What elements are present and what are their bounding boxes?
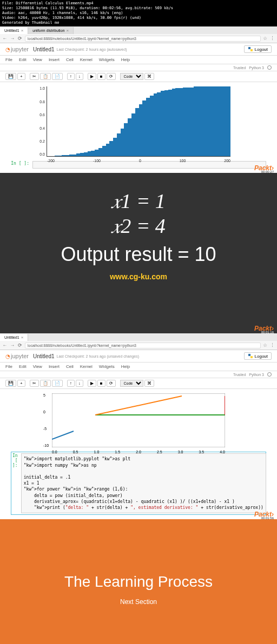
forward-icon[interactable]: → <box>10 343 15 348</box>
jupyter-logo[interactable]: ◔jupyter <box>5 46 29 52</box>
star-icon[interactable]: ☆ <box>263 36 267 41</box>
kernel-name[interactable]: Python 3 <box>249 373 264 377</box>
logout-button[interactable]: Logout <box>244 45 272 53</box>
svg-rect-2 <box>248 354 250 356</box>
stop-button[interactable]: ■ <box>97 380 105 387</box>
panel-3-jupyter: Untitled1× ← → ⟳ localhost:8888/notebook… <box>0 333 277 519</box>
menu-widgets[interactable]: Widgets <box>99 57 115 62</box>
run-button[interactable]: ▶ <box>88 380 96 387</box>
tab-other[interactable]: uniform distribution× <box>28 27 74 34</box>
close-icon[interactable]: × <box>66 28 69 33</box>
menu-view[interactable]: View <box>33 364 42 369</box>
math-x2: 𝑥2 = 4 <box>5 214 272 239</box>
menu-insert[interactable]: Insert <box>49 57 60 62</box>
save-button[interactable]: 💾 <box>5 380 16 387</box>
command-palette-button[interactable]: ⌘ <box>144 73 154 80</box>
add-cell-button[interactable]: + <box>17 380 25 387</box>
restart-button[interactable]: ⟳ <box>107 380 116 387</box>
move-down-button[interactable]: ↓ <box>76 380 83 387</box>
back-icon[interactable]: ← <box>2 36 8 41</box>
cell-code[interactable]: "kw">import matplotlib.pyplot "kw">as pl… <box>21 453 266 513</box>
svg-rect-3 <box>250 356 253 358</box>
tab-notebook[interactable]: Untitled1× <box>0 27 28 34</box>
trusted-label[interactable]: Trusted <box>233 66 246 70</box>
menu-icon[interactable]: ⋮ <box>269 343 275 348</box>
notebook-body: 1.00.80.60.40.20.0 -200-1000100200 In [ … <box>0 82 277 173</box>
logo-icon: ◔ <box>5 46 10 52</box>
cut-button[interactable]: ✂ <box>30 73 39 80</box>
close-icon[interactable]: × <box>21 28 24 33</box>
menu-view[interactable]: View <box>33 57 42 62</box>
logo-text: jupyter <box>11 353 29 359</box>
toolbar: 💾 + ✂ 📋 📄 ↑ ↓ ▶ ■ ⟳ Code ⌘ <box>0 71 277 82</box>
meta-video: Video: h264, yuv420p, 1920x1080, 414 kb/… <box>2 16 275 21</box>
chart-x-axis: 0.00.51.01.52.02.53.03.54.0 <box>52 450 225 454</box>
tab-label: Untitled1 <box>4 29 19 32</box>
close-icon[interactable]: × <box>21 335 24 340</box>
cut-button[interactable]: ✂ <box>30 380 39 387</box>
kernel-row: Trusted Python 3 <box>0 64 277 71</box>
menu-kernel[interactable]: Kernel <box>80 364 93 369</box>
menu-edit[interactable]: Edit <box>19 57 27 62</box>
menu-help[interactable]: Help <box>121 364 130 369</box>
tab-notebook[interactable]: Untitled1× <box>0 334 28 341</box>
command-palette-button[interactable]: ⌘ <box>144 380 154 387</box>
notebook-title[interactable]: Untitled1 <box>33 46 54 52</box>
svg-rect-4 <box>52 393 225 447</box>
meta-audio: Audio: aac, 48000 Hz, 1 channels, s16, 1… <box>2 11 275 16</box>
paste-button[interactable]: 📄 <box>52 380 63 387</box>
copy-button[interactable]: 📋 <box>40 73 51 80</box>
star-icon[interactable]: ☆ <box>263 343 267 348</box>
browser-chrome: Untitled1× ← → ⟳ localhost:8888/notebook… <box>0 333 277 350</box>
chart-y-axis: 1.00.80.60.40.20.0 <box>35 86 45 156</box>
input-cell[interactable]: In [ ]: "kw">import matplotlib.pyplot "k… <box>11 452 266 515</box>
svg-rect-0 <box>248 47 250 49</box>
kernel-name[interactable]: Python 3 <box>249 66 264 70</box>
menu-cell[interactable]: Cell <box>66 57 74 62</box>
back-icon[interactable]: ← <box>2 343 8 348</box>
meta-size: Size: 12508816 bytes (11.93 MiB), durati… <box>2 6 275 11</box>
run-button[interactable]: ▶ <box>88 73 96 80</box>
menu-edit[interactable]: Edit <box>19 364 27 369</box>
save-button[interactable]: 💾 <box>5 73 16 80</box>
move-down-button[interactable]: ↓ <box>76 73 83 80</box>
section-subtitle: Next Section <box>5 598 272 606</box>
kernel-row: Trusted Python 3 <box>0 371 277 378</box>
kernel-status-icon <box>267 65 272 70</box>
copy-button[interactable]: 📋 <box>40 380 51 387</box>
section-title: The Learning Process <box>5 573 272 591</box>
svg-rect-1 <box>250 49 253 51</box>
output-result: Output result = 10 <box>5 243 272 266</box>
forward-icon[interactable]: → <box>10 36 15 41</box>
reload-icon[interactable]: ⟳ <box>17 36 23 41</box>
url-input[interactable]: localhost:8888/notebooks/Untitled1.ipynb… <box>25 343 261 348</box>
kernel-status-icon <box>267 372 272 377</box>
menu-kernel[interactable]: Kernel <box>80 57 93 62</box>
reload-icon[interactable]: ⟳ <box>17 343 23 348</box>
url-input[interactable]: localhost:8888/notebooks/Untitled1.ipynb… <box>25 36 261 42</box>
add-cell-button[interactable]: + <box>17 73 25 80</box>
paste-button[interactable]: 📄 <box>52 73 63 80</box>
menu-bar: File Edit View Insert Cell Kernel Widget… <box>0 363 277 371</box>
menu-widgets[interactable]: Widgets <box>99 364 115 369</box>
chart-cdf: 1.00.80.60.40.20.0 -200-1000100200 <box>47 86 230 157</box>
address-bar-row: ← → ⟳ localhost:8888/notebooks/Untitled1… <box>0 341 277 350</box>
trusted-label[interactable]: Trusted <box>233 373 246 377</box>
menu-file[interactable]: File <box>5 57 12 62</box>
menu-insert[interactable]: Insert <box>49 364 60 369</box>
jupyter-logo[interactable]: ◔jupyter <box>5 353 29 359</box>
restart-button[interactable]: ⟳ <box>107 73 116 80</box>
cell-prompt: In [ ]: <box>11 161 32 169</box>
menu-cell[interactable]: Cell <box>66 364 74 369</box>
move-up-button[interactable]: ↑ <box>67 73 75 80</box>
celltype-select[interactable]: Code <box>120 73 143 80</box>
menu-icon[interactable]: ⋮ <box>269 36 275 41</box>
menu-help[interactable]: Help <box>121 57 130 62</box>
panel-4-title: The Learning Process Next Section Packt›… <box>0 519 277 644</box>
move-up-button[interactable]: ↑ <box>67 380 75 387</box>
celltype-select[interactable]: Code <box>120 380 143 387</box>
stop-button[interactable]: ■ <box>97 73 105 80</box>
notebook-title[interactable]: Untitled1 <box>33 353 54 359</box>
logout-button[interactable]: Logout <box>244 352 272 360</box>
menu-file[interactable]: File <box>5 364 12 369</box>
